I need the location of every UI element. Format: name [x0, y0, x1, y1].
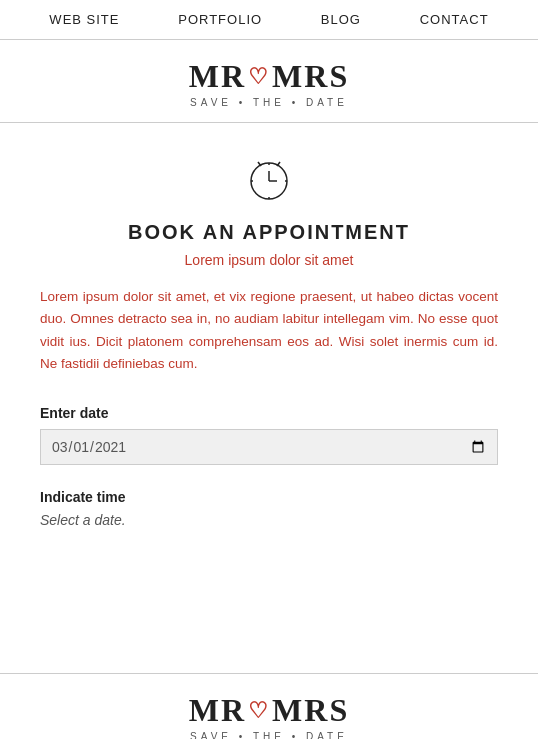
main-content: BOOK AN APPOINTMENT Lorem ipsum dolor si… — [0, 123, 538, 593]
footer: MR ♡ MRS SAVE • THE • DATE WEB SITE PORT… — [0, 673, 538, 739]
logo-right: MRS — [272, 58, 349, 95]
time-placeholder-text: Select a date. — [40, 512, 126, 528]
clock-icon — [243, 153, 295, 205]
date-label: Enter date — [40, 405, 498, 421]
svg-point-8 — [285, 180, 287, 182]
top-nav: WEB SITE PORTFOLIO BLOG CONTACT — [0, 0, 538, 40]
footer-logo-subtitle: SAVE • THE • DATE — [0, 731, 538, 739]
time-form-section: Indicate time Select a date. — [40, 489, 498, 529]
footer-logo-heart-icon: ♡ — [248, 698, 270, 724]
date-input[interactable] — [40, 429, 498, 465]
date-form-section: Enter date — [40, 405, 498, 465]
time-label: Indicate time — [40, 489, 498, 505]
footer-logo: MR ♡ MRS SAVE • THE • DATE — [0, 674, 538, 739]
body-text: Lorem ipsum dolor sit amet, et vix regio… — [40, 286, 498, 375]
logo-text: MR ♡ MRS — [0, 58, 538, 95]
logo-left: MR — [189, 58, 246, 95]
nav-contact[interactable]: CONTACT — [420, 12, 489, 27]
nav-portfolio[interactable]: PORTFOLIO — [178, 12, 262, 27]
nav-blog[interactable]: BLOG — [321, 12, 361, 27]
svg-point-7 — [251, 180, 253, 182]
logo-subtitle: SAVE • THE • DATE — [0, 97, 538, 108]
nav-website[interactable]: WEB SITE — [49, 12, 119, 27]
svg-point-5 — [268, 163, 270, 165]
footer-logo-text: MR ♡ MRS — [0, 692, 538, 729]
appointment-subtitle: Lorem ipsum dolor sit amet — [40, 252, 498, 268]
logo-heart-icon: ♡ — [248, 64, 270, 90]
appointment-title: BOOK AN APPOINTMENT — [40, 221, 498, 244]
clock-icon-wrapper — [40, 153, 498, 209]
footer-logo-right: MRS — [272, 692, 349, 729]
header-logo: MR ♡ MRS SAVE • THE • DATE — [0, 40, 538, 123]
svg-point-6 — [268, 197, 270, 199]
footer-logo-left: MR — [189, 692, 246, 729]
